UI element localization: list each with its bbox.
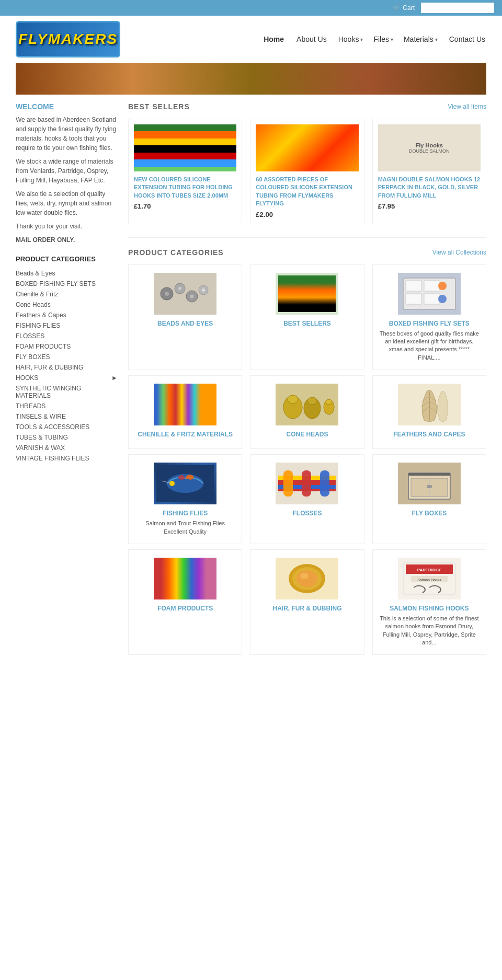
nav-about[interactable]: About Us	[295, 32, 328, 46]
hooks-dropdown-arrow: ▾	[360, 37, 363, 42]
main-nav: Home About Us Hooks ▾ Files ▾ Materials …	[263, 32, 486, 46]
cat-card-chenille[interactable]: CHENILLE & FRITZ MATERIALS	[128, 375, 242, 449]
cat-card-fly-boxes[interactable]: FLY BOXES	[372, 454, 486, 544]
sidebar-item-beads[interactable]: Beads & Eyes	[16, 268, 118, 279]
sidebar-item-flosses[interactable]: FLOSSES	[16, 331, 118, 341]
welcome-title: WELCOME	[16, 102, 118, 111]
product-categories-title: PRODUCT CATEGORIES	[128, 248, 224, 257]
product-title-3: MAGNI Double Salmon Hooks 12 perPack in …	[378, 176, 481, 200]
search-input[interactable]	[421, 3, 494, 13]
sidebar-item-chenille[interactable]: Chenille & Fritz	[16, 289, 118, 299]
svg-rect-29	[283, 470, 293, 497]
product-price-3: £7.95	[378, 202, 481, 210]
cat-desc-fishing-flies: Salmon and Trout Fishing Flies Excellent…	[134, 520, 236, 536]
sidebar-item-fly-boxes[interactable]: FLY BOXES	[16, 352, 118, 362]
cat-img-best-sellers	[276, 273, 338, 315]
welcome-text-3: We also tie a selection of quality flies…	[16, 189, 118, 217]
nav-materials-label: Materials	[404, 35, 433, 43]
sidebar-item-fishing-flies[interactable]: FISHING FLIES	[16, 320, 118, 331]
mail-order-text: MAIL ORDER ONLY.	[16, 235, 118, 245]
cat-card-foam[interactable]: FOAM PRODUCTS	[128, 549, 242, 655]
svg-rect-36	[427, 485, 432, 488]
cat-title-coneheads: CONE HEADS	[286, 431, 328, 438]
cat-card-best-sellers[interactable]: BEST SELLERS	[250, 264, 364, 371]
cat-card-coneheads[interactable]: CONE HEADS	[250, 375, 364, 449]
nav-contact[interactable]: Contact Us	[448, 32, 486, 46]
sidebar-item-coneheads[interactable]: Cone Heads	[16, 299, 118, 310]
product-card-2[interactable]: 60 ASSORTED PIECES OF COLOURED SILICONE …	[250, 119, 364, 224]
cat-img-beads	[154, 273, 216, 315]
cat-card-boxed-sets[interactable]: BOXED FISHING FLY SETS These boxes of go…	[372, 264, 486, 371]
svg-rect-12	[424, 294, 440, 304]
welcome-text-4: Thank you for your visit.	[16, 222, 118, 231]
product-card-1[interactable]: NEW COLOURED SILICONE EXTENSION TUBING F…	[128, 119, 242, 224]
cat-card-salmon-hooks[interactable]: PARTRIDGE Salmon Hooks SALMON FISHING HO…	[372, 549, 486, 655]
svg-rect-9	[406, 281, 421, 291]
view-all-collections-link[interactable]: View all Collections	[432, 249, 486, 256]
view-all-items-link[interactable]: View all Items	[448, 103, 486, 110]
cat-grid-row1: BEADS AND EYES BEST SELLERS	[128, 264, 486, 371]
cat-desc-boxed-sets: These boxes of good quality flies make a…	[378, 330, 481, 362]
cat-card-beads[interactable]: BEADS AND EYES	[128, 264, 242, 371]
sidebar-item-tools[interactable]: TOOLS & ACCESSORIES	[16, 422, 118, 432]
logo[interactable]: FLYMAKERS	[16, 21, 120, 57]
welcome-text-1: We are based in Aberdeen Scotland and su…	[16, 115, 118, 153]
svg-point-5	[190, 294, 194, 298]
cat-img-boxed-sets	[398, 273, 461, 315]
sidebar-item-feathers[interactable]: Feathers & Capes	[16, 310, 118, 320]
sidebar-item-varnish[interactable]: VARNISH & WAX	[16, 443, 118, 453]
svg-point-16	[288, 395, 298, 403]
cat-card-flosses[interactable]: FLOSSES	[250, 454, 364, 544]
cat-title-foam: FOAM PRODUCTS	[157, 605, 213, 612]
sidebar-item-threads[interactable]: THREADS	[16, 401, 118, 411]
svg-point-20	[326, 399, 332, 405]
sidebar-item-tubes[interactable]: TUBES & TUBING	[16, 432, 118, 443]
cat-img-dubbing	[276, 558, 338, 599]
sidebar-item-vintage[interactable]: VINTAGE FISHING FLIES	[16, 453, 118, 464]
cat-title-chenille: CHENILLE & FRITZ MATERIALS	[138, 431, 233, 438]
cat-card-dubbing[interactable]: HAIR, FUR & DUBBING	[250, 549, 364, 655]
hooks-label: HOOKS	[16, 374, 38, 382]
cat-title-fishing-flies: FISHING FLIES	[163, 510, 208, 517]
svg-point-40	[300, 573, 309, 579]
sidebar-item-synthetic[interactable]: SYNTHETIC WINGING MATERIALS	[16, 383, 118, 401]
hooks-arrow-icon: ►	[111, 374, 118, 382]
svg-point-7	[202, 289, 205, 292]
nav-materials[interactable]: Materials ▾	[404, 35, 438, 43]
main-content: WELCOME We are based in Aberdeen Scotlan…	[0, 95, 502, 668]
cat-title-beads: BEADS AND EYES	[157, 320, 213, 327]
cat-title-feathers: FEATHERS AND CAPES	[393, 431, 465, 438]
cart-area[interactable]: 🛒 Cart	[393, 4, 415, 11]
product-card-3[interactable]: Fly Hooks DOUBLE SALMON MAGNI Double Sal…	[372, 119, 486, 224]
cart-label: Cart	[403, 4, 415, 11]
cat-img-coneheads	[276, 384, 338, 425]
cat-img-chenille	[154, 384, 216, 425]
cart-icon: 🛒	[393, 4, 401, 11]
nav-hooks[interactable]: Hooks ▾	[338, 35, 363, 43]
product-price-2: £2.00	[256, 211, 358, 218]
nav-files-label: Files	[373, 35, 389, 43]
sidebar-welcome: WELCOME We are based in Aberdeen Scotlan…	[16, 102, 118, 245]
sidebar-item-boxed[interactable]: BOXED FISHING FLY SETS	[16, 279, 118, 289]
product-image-1	[134, 124, 236, 171]
sidebar-item-tinsels[interactable]: TINSELS & WIRE	[16, 411, 118, 422]
nav-files[interactable]: Files ▾	[373, 35, 393, 43]
nav-home[interactable]: Home	[263, 32, 285, 46]
content-area: BEST SELLERS View all Items NEW COLOURED…	[128, 102, 486, 660]
nav-hooks-label: Hooks	[338, 35, 359, 43]
svg-point-14	[438, 295, 447, 303]
categories-title: PRODUCT CATEGORIES	[16, 255, 118, 263]
files-dropdown-arrow: ▾	[391, 37, 393, 42]
cat-title-boxed-sets: BOXED FISHING FLY SETS	[389, 320, 470, 327]
sidebar-item-foam[interactable]: FOAM PRODUCTS	[16, 341, 118, 352]
sidebar-item-hair[interactable]: HAIR, FUR & DUBBING	[16, 362, 118, 373]
cat-card-feathers[interactable]: FEATHERS AND CAPES	[372, 375, 486, 449]
product-categories-header: PRODUCT CATEGORIES View all Collections	[128, 248, 486, 257]
sidebar-item-hooks[interactable]: HOOKS ►	[16, 373, 118, 383]
svg-rect-10	[424, 281, 440, 291]
best-sellers-header: BEST SELLERS View all Items	[128, 102, 486, 111]
product-price-1: £1.70	[134, 202, 236, 210]
cat-card-fishing-flies[interactable]: FISHING FLIES Salmon and Trout Fishing F…	[128, 454, 242, 544]
svg-point-3	[178, 287, 181, 290]
cat-img-flosses	[276, 463, 338, 504]
